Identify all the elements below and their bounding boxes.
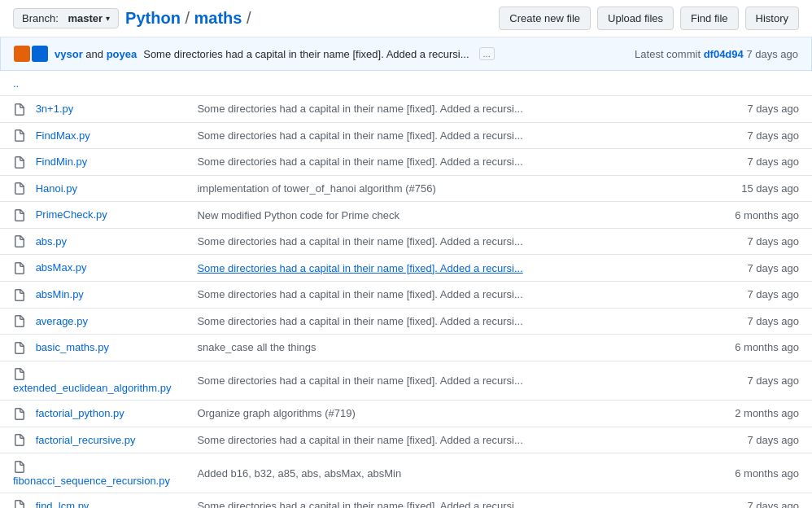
commit-msg-cell: Some directories had a capital in their … [184,361,683,401]
table-row: average.py Some directories had a capita… [0,308,812,335]
commit-bar-right: Latest commit df04d94 7 days ago [635,48,798,60]
file-table: .. 3n+1.py Some directories had a capita… [0,71,812,508]
table-row: fibonacci_sequence_recursion.py Added b1… [0,453,812,493]
file-icon [13,434,33,446]
commit-msg-text: New modified Python code for Prime check [197,209,399,221]
branch-selector[interactable]: Branch: master ▾ [13,8,119,28]
table-row: find_lcm.py Some directories had a capit… [0,493,812,508]
upload-files-button[interactable]: Upload files [597,7,674,30]
create-new-file-button[interactable]: Create new file [499,7,591,30]
file-name-cell: absMax.py [0,255,184,282]
file-link[interactable]: Hanoi.py [36,182,77,195]
file-link[interactable]: find_lcm.py [36,500,89,508]
commit-msg-link[interactable]: Some directories had a capital in their … [197,262,522,274]
time-cell: 7 days ago [684,228,812,255]
commit-msg-text: Added b16, b32, a85, abs, absMax, absMin [197,467,401,480]
table-row: 3n+1.py Some directories had a capital i… [0,96,812,123]
breadcrumb-dir-link[interactable]: maths [194,9,242,27]
breadcrumb-sep2: / [242,9,251,27]
commit-msg-text: snake_case all the things [197,341,316,353]
file-icon [13,103,33,115]
file-icon [13,182,33,195]
table-row: FindMin.py Some directories had a capita… [0,149,812,176]
file-link[interactable]: basic_maths.py [36,341,109,353]
parent-message-cell [184,71,683,96]
table-row: absMin.py Some directories had a capital… [0,281,812,308]
commit-bar: vysor and poyea Some directories had a c… [0,37,812,71]
time-cell: 7 days ago [684,308,812,335]
file-link[interactable]: fibonacci_sequence_recursion.py [13,475,170,487]
file-link[interactable]: average.py [36,315,88,327]
file-icon [13,407,33,419]
table-row: Hanoi.py implementation of tower_of_hano… [0,175,812,202]
commit-ellipsis-button[interactable]: ... [479,47,495,60]
file-name-cell: factorial_python.py [0,401,184,427]
commit-msg-text: Some directories had a capital in their … [197,315,522,327]
author2-link[interactable]: poyea [107,48,138,60]
commit-msg-text: Some directories had a capital in their … [197,235,522,247]
file-name-cell: find_lcm.py [0,493,184,508]
file-link[interactable]: absMin.py [36,288,84,300]
commit-msg-cell: Added b16, b32, a85, abs, absMax, absMin [184,453,683,493]
avatar-group [14,46,48,62]
commit-msg-cell: Some directories had a capital in their … [184,149,683,176]
branch-name: master [68,12,103,24]
commit-message: Some directories had a capital in their … [143,48,469,60]
file-name-cell: 3n+1.py [0,96,184,123]
file-link[interactable]: 3n+1.py [36,103,74,115]
commit-msg-text: Organize graph algorithms (#719) [197,407,355,419]
time-cell: 6 months ago [684,453,812,493]
table-row: abs.py Some directories had a capital in… [0,228,812,255]
file-link[interactable]: factorial_python.py [36,407,124,419]
history-button[interactable]: History [745,7,799,30]
table-row: factorial_python.py Organize graph algor… [0,401,812,427]
file-name-cell: fibonacci_sequence_recursion.py [0,453,184,493]
file-name-cell: PrimeCheck.py [0,202,184,229]
time-cell: 6 months ago [684,335,812,361]
file-icon [13,235,33,247]
file-name-cell: FindMax.py [0,122,184,149]
file-name-cell: factorial_recursive.py [0,427,184,453]
file-name-cell: abs.py [0,228,184,255]
find-file-button[interactable]: Find file [680,7,739,30]
file-link[interactable]: extended_euclidean_algorithm.py [13,382,171,394]
file-link[interactable]: FindMin.py [36,155,88,168]
commit-msg-cell: Some directories had a capital in their … [184,493,683,508]
commit-msg-text: Some directories had a capital in their … [197,103,522,115]
table-row: factorial_recursive.py Some directories … [0,427,812,453]
time-cell: 6 months ago [684,202,812,229]
commit-hash-link[interactable]: df04d94 [704,48,744,60]
latest-commit-label: Latest commit [635,48,701,60]
file-link[interactable]: factorial_recursive.py [36,434,136,446]
file-name-cell: basic_maths.py [0,335,184,361]
time-cell: 7 days ago [684,255,812,282]
table-row: extended_euclidean_algorithm.py Some dir… [0,361,812,401]
parent-dir-cell: .. [0,71,184,96]
chevron-down-icon: ▾ [106,14,110,23]
time-cell: 7 days ago [684,493,812,508]
time-cell: 7 days ago [684,122,812,149]
file-name-cell: Hanoi.py [0,175,184,202]
file-link[interactable]: PrimeCheck.py [36,208,107,221]
file-link[interactable]: abs.py [36,235,67,247]
commit-msg-cell: implementation of tower_of_hanoi algorit… [184,175,683,202]
parent-dir-link[interactable]: .. [13,77,19,90]
commit-msg-cell: Some directories had a capital in their … [184,122,683,149]
commit-bar-left: vysor and poyea Some directories had a c… [14,46,495,62]
table-row: PrimeCheck.py New modified Python code f… [0,202,812,229]
file-icon [13,368,29,380]
file-icon [13,288,33,300]
avatar-vysor [14,46,30,62]
file-name-cell: average.py [0,308,184,335]
breadcrumb-repo-link[interactable]: Python [125,9,181,27]
file-icon [13,155,33,168]
time-cell: 7 days ago [684,281,812,308]
time-cell: 2 months ago [684,401,812,427]
file-link[interactable]: absMax.py [36,261,87,274]
breadcrumb-sep1: / [181,9,194,27]
author1-link[interactable]: vysor [55,48,83,60]
commit-msg-cell: Some directories had a capital in their … [184,281,683,308]
commit-msg-cell: New modified Python code for Prime check [184,202,683,229]
file-icon [13,208,33,221]
file-link[interactable]: FindMax.py [36,129,90,142]
